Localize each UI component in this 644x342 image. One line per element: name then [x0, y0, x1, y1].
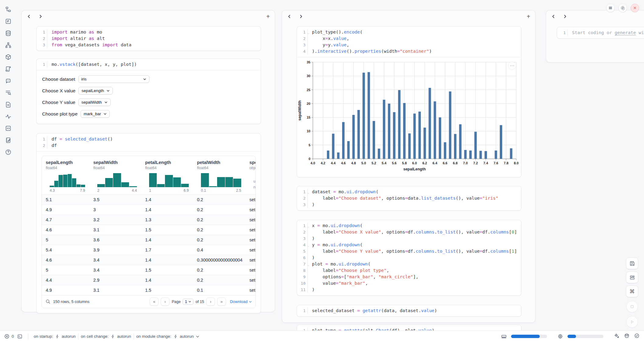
table-row[interactable]: 4.63.41.40.30000000000000004setosa [42, 255, 256, 265]
chevron-right-icon[interactable] [38, 14, 43, 19]
code-editor[interactable]: 1 Start coding or generate with [557, 27, 644, 38]
page-select[interactable]: 1 [183, 299, 193, 305]
cell-empty[interactable]: 1 Start coding or generate with [557, 27, 644, 39]
runtime-config-item[interactable]: on startup:autorun [34, 334, 76, 339]
file-explorer-icon[interactable] [4, 5, 12, 13]
tracing-icon[interactable] [4, 112, 12, 120]
choose-plot-type-select[interactable]: mark_bar [80, 110, 110, 118]
chevron-left-icon[interactable] [27, 14, 31, 19]
choose-y-value-select[interactable]: sepalWidth [78, 98, 111, 106]
bar-chart[interactable]: 4.04.24.44.64.85.05.25.45.65.86.06.26.46… [297, 59, 521, 173]
layout-button[interactable] [626, 272, 638, 283]
runtime-config-item[interactable]: on module change:autorun [136, 334, 200, 339]
first-page-button[interactable]: « [150, 297, 159, 306]
terminal-button[interactable] [17, 334, 23, 339]
chart-output[interactable]: 4.04.24.44.64.85.05.25.45.65.86.06.26.46… [297, 57, 521, 177]
run-button[interactable] [626, 316, 638, 328]
fold-marker[interactable] [307, 190, 309, 192]
table-row[interactable]: 4.93.11.50.1setosa [42, 285, 256, 295]
fold-marker[interactable] [307, 30, 309, 33]
column-histogram[interactable] [149, 173, 189, 187]
cell-imports[interactable]: 1import marimo as mo2import altair as al… [36, 26, 261, 51]
code-placeholder[interactable]: Start coding or generate with [567, 30, 644, 36]
cell-plot[interactable]: 1plot_type().encode(2 x=x.value,3 y=y.va… [297, 26, 521, 177]
table-row[interactable]: 4.931.40.2setosa [42, 205, 256, 215]
dependency-graph-icon[interactable] [4, 41, 12, 49]
code-editor[interactable]: 1plot_type().encode(2 x=x.value,3 y=y.va… [297, 27, 521, 57]
column-header[interactable]: sepalLengthfloat644.37.9 [42, 156, 89, 194]
column-header[interactable]: speciesobjectunique:nulls: [245, 156, 256, 194]
table-row[interactable]: 5.13.51.40.2setosa [42, 194, 256, 205]
fold-marker[interactable] [307, 224, 309, 226]
table-row[interactable]: 5.43.91.70.4setosa [42, 245, 256, 255]
chevron-right-icon[interactable] [563, 14, 567, 19]
connection-status-button[interactable] [634, 333, 640, 340]
next-page-button[interactable]: › [206, 297, 215, 306]
column-histogram[interactable] [50, 173, 85, 187]
svg-text:4.6: 4.6 [341, 161, 345, 165]
help-icon[interactable] [4, 148, 12, 156]
code-editor[interactable]: 1x = mo.ui.dropdown(2 label="Choose X va… [297, 220, 521, 295]
packages-icon[interactable] [4, 53, 12, 61]
chevron-down-icon [106, 89, 110, 92]
column-histogram[interactable] [201, 173, 241, 187]
scripts-icon[interactable] [4, 65, 12, 73]
column-header[interactable]: sepalWidthfloat6424.4 [89, 156, 141, 194]
control-row: Choose Y valuesepalWidth [42, 98, 255, 106]
add-column-button[interactable]: + [527, 13, 530, 20]
menu-button[interactable] [606, 4, 615, 12]
runtime-config-item[interactable]: on cell change:autorun [81, 334, 131, 339]
ai-chat-icon[interactable] [4, 77, 12, 85]
cell-dataframe[interactable]: 1df = selected_dataset()2df sepalLengthf… [36, 133, 261, 313]
table-row[interactable]: 4.42.91.40.2setosa [42, 275, 256, 285]
code-editor[interactable]: 1import marimo as mo2import altair as al… [37, 27, 261, 51]
code-line: 3) [297, 235, 521, 242]
code-editor[interactable]: 1mo.vstack([dataset, x, y, plot]) [37, 59, 261, 70]
download-button[interactable]: Download [230, 299, 252, 304]
add-column-button[interactable]: + [266, 13, 270, 20]
shutdown-button[interactable] [631, 4, 639, 12]
scratchpad-icon[interactable] [4, 136, 12, 144]
choose-dataset-select[interactable]: iris [78, 75, 149, 83]
settings-button[interactable] [618, 4, 627, 12]
cell-xy-plot-dropdowns[interactable]: 1x = mo.ui.dropdown(2 label="Choose X va… [297, 220, 521, 296]
save-button[interactable] [626, 258, 638, 269]
last-page-button[interactable]: » [217, 297, 226, 306]
code-editor[interactable]: 1df = selected_dataset()2df [37, 134, 261, 151]
column-header[interactable]: petalLengthfloat6416.9 [141, 156, 193, 194]
table-row[interactable]: 53.61.40.2setosa [42, 235, 256, 245]
choose-x-value-select[interactable]: sepalLength [78, 87, 113, 94]
snippets-icon[interactable] [4, 124, 12, 132]
code-editor[interactable]: 1dataset = mo.ui.dropdown(2 label="Choos… [297, 186, 521, 210]
chevron-right-icon[interactable] [299, 14, 303, 19]
table-row[interactable]: 53.41.50.2setosa [42, 265, 256, 275]
table-row[interactable]: 4.73.21.30.2setosa [42, 215, 256, 225]
column-header[interactable]: petalWidthfloat640.12.5 [193, 156, 245, 194]
ai-assist-button[interactable] [614, 333, 620, 340]
code-line: 7plot = mo.ui.dropdown( [297, 261, 521, 267]
cell-dataset-dropdown[interactable]: 1dataset = mo.ui.dropdown(2 label="Choos… [297, 186, 521, 211]
documentation-icon[interactable] [4, 101, 12, 109]
cell-vstack[interactable]: 1mo.vstack([dataset, x, y, plot]) Choose… [36, 59, 261, 124]
copilot-button[interactable] [624, 333, 630, 340]
column-histogram[interactable] [97, 173, 137, 187]
prev-page-button[interactable]: ‹ [161, 297, 170, 306]
chevron-left-icon[interactable] [551, 14, 556, 19]
functions-icon[interactable] [4, 17, 12, 25]
generate-with-ai-link[interactable]: generate [615, 30, 636, 35]
code-editor[interactable]: 1selected_dataset = getattr(data, datase… [297, 305, 521, 316]
chevron-left-icon[interactable] [287, 14, 292, 19]
datasources-icon[interactable] [4, 29, 12, 37]
bar [332, 134, 335, 159]
logs-icon[interactable] [4, 89, 12, 97]
command-palette-button[interactable]: ⌘ [626, 286, 638, 297]
fold-marker[interactable] [307, 243, 309, 245]
control-row: Choose X valuesepalLength [42, 87, 255, 94]
search-icon[interactable] [45, 299, 51, 304]
errors-indicator[interactable]: 0 [4, 334, 14, 339]
cell-selected-dataset[interactable]: 1selected_dataset = getattr(data, datase… [297, 305, 521, 317]
fold-marker[interactable] [307, 262, 309, 265]
table-row[interactable]: 4.63.11.50.2setosa [42, 225, 256, 235]
stop-button[interactable] [626, 301, 638, 312]
chart-menu-button[interactable] [508, 62, 516, 70]
